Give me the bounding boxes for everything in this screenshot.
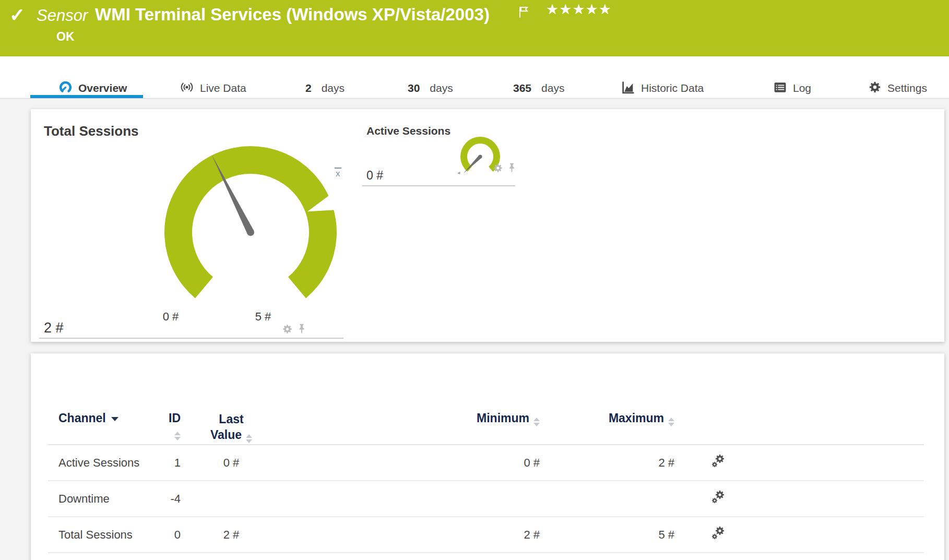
tab-label: days (322, 82, 345, 94)
gauge-divider (362, 185, 515, 186)
channel-id: 0 (162, 517, 185, 553)
gauge-min-label: 0 # (155, 310, 186, 324)
channels-card: Channel ID Last Value Minimum (31, 353, 944, 560)
priority-stars[interactable]: ★★★★★ (546, 1, 612, 18)
channel-name[interactable]: Active Sessions (48, 445, 162, 481)
active-sessions-gauge (454, 130, 506, 183)
tab-number: 2 (305, 82, 312, 94)
tab-log[interactable]: Log (773, 79, 811, 97)
table-header-row: Channel ID Last Value Minimum (48, 403, 924, 445)
gauges-card: Total Sessions x 0 # 5 # 2 # (31, 109, 944, 342)
tab-settings[interactable]: Settings (868, 79, 927, 97)
total-sessions-gauge-title: Total Sessions (44, 123, 139, 139)
channel-id: 1 (162, 445, 185, 481)
gauge-average-marker (457, 172, 460, 174)
table-row[interactable]: Downtime -4 (48, 481, 924, 517)
sort-icon (533, 418, 540, 426)
column-header-maximum[interactable]: Maximum (544, 403, 679, 445)
table-row[interactable]: Total Sessions 0 2 # 2 # 5 # (48, 517, 924, 553)
tab-30-days[interactable]: 30days (408, 79, 453, 97)
gauge-settings-gear-icon[interactable] (493, 163, 503, 173)
tab-label: days (430, 82, 453, 94)
tab-number: 365 (513, 82, 531, 94)
tab-overview[interactable]: Overview (58, 79, 127, 97)
average-marker-label: x (335, 168, 341, 178)
channel-maximum: 2 # (544, 445, 679, 481)
channel-minimum: 2 # (278, 517, 544, 553)
sort-icon (668, 418, 674, 426)
channel-name[interactable]: Total Sessions (48, 517, 162, 553)
tab-live-data[interactable]: Live Data (180, 79, 246, 97)
tab-label: days (541, 82, 564, 94)
channels-table: Channel ID Last Value Minimum (48, 403, 924, 553)
channel-minimum: 0 # (278, 445, 544, 481)
tab-number: 30 (408, 82, 420, 94)
channel-maximum: 5 # (544, 517, 679, 553)
tab-label: Log (793, 82, 811, 94)
tab-2-days[interactable]: 2days (305, 79, 345, 97)
flag-icon[interactable] (517, 5, 530, 19)
column-header-channel[interactable]: Channel (48, 403, 162, 445)
total-sessions-gauge (156, 135, 365, 307)
gauge-pin-icon[interactable] (506, 162, 517, 174)
row-spacer (758, 445, 924, 481)
column-header-spacer (758, 403, 924, 445)
channel-name[interactable]: Downtime (48, 481, 162, 517)
tab-365-days[interactable]: 365days (513, 79, 564, 97)
status-check-icon: ✓ (9, 4, 25, 26)
broadcast-icon (180, 80, 194, 96)
channel-id: -4 (162, 481, 185, 517)
channel-last-value: 2 # (185, 517, 278, 553)
tab-label: Historic Data (641, 82, 704, 94)
channel-last-value (185, 481, 278, 517)
row-spacer (758, 517, 924, 553)
tab-bar: Overview Live Data 2days 30days 365days (0, 56, 949, 99)
gauge-divider (39, 338, 343, 339)
column-header-minimum[interactable]: Minimum (278, 403, 544, 445)
sort-icon (174, 432, 181, 440)
log-list-icon (773, 81, 787, 96)
row-spacer (758, 481, 924, 517)
active-tab-indicator (30, 95, 143, 98)
column-header-actions (679, 403, 758, 445)
tab-historic-data[interactable]: Historic Data (621, 79, 704, 97)
gauge-max-label: 5 # (247, 310, 279, 324)
channel-minimum (278, 481, 544, 517)
active-sessions-gauge-title: Active Sessions (366, 125, 450, 137)
sort-icon (246, 434, 252, 443)
gauge-settings-gear-icon[interactable] (282, 324, 293, 335)
gear-icon (868, 80, 882, 96)
column-header-last-value[interactable]: Last Value (185, 403, 278, 445)
active-sessions-value: 0 # (366, 169, 383, 183)
total-sessions-value: 2 # (44, 320, 64, 336)
sensor-kind-label: Sensor (37, 6, 88, 25)
sorted-desc-icon (111, 417, 118, 421)
gauge-icon (58, 80, 73, 97)
channel-settings-gears-icon[interactable] (710, 490, 726, 508)
sensor-status-text: OK (56, 30, 75, 44)
channel-maximum (544, 481, 679, 517)
area-chart-icon (621, 80, 635, 97)
tab-label: Settings (887, 82, 927, 94)
channel-settings-gears-icon[interactable] (710, 526, 726, 544)
channel-settings-gears-icon[interactable] (710, 454, 726, 472)
gauge-pin-icon[interactable] (296, 323, 307, 335)
sensor-title: WMI Terminal Services (Windows XP/Vista/… (95, 5, 490, 25)
sensor-header: ✓ Sensor WMI Terminal Services (Windows … (0, 0, 949, 56)
column-header-id[interactable]: ID (162, 403, 185, 445)
table-row[interactable]: Active Sessions 1 0 # 0 # 2 # (48, 445, 924, 481)
channel-last-value: 0 # (185, 445, 278, 481)
tab-label: Live Data (200, 82, 246, 94)
tab-label: Overview (78, 82, 127, 94)
sensor-overview-page: ✓ Sensor WMI Terminal Services (Windows … (0, 0, 949, 560)
